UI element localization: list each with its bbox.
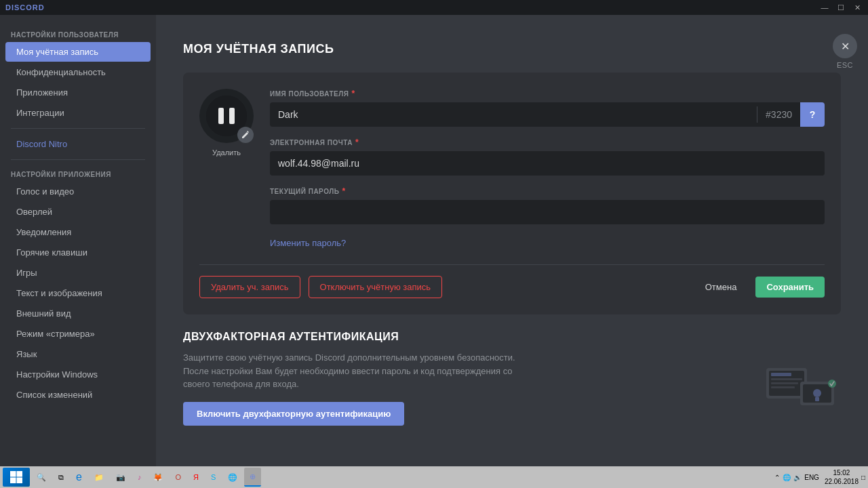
svg-rect-16 [10,471,16,477]
volume-icon[interactable]: 🔊 [793,474,802,481]
password-label: ТЕКУЩИЙ ПАРОЛЬ * [270,186,825,196]
twofa-bottom: Защитите свою учётную запись Discord доп… [183,351,841,426]
sidebar: НАСТРОЙКИ ПОЛЬЗОВАТЕЛЯ Моя учётная запис… [0,15,156,488]
sidebar-label-nitro: Discord Nitro [16,139,67,149]
taskbar-firefox[interactable]: 🦊 [148,468,168,487]
twofa-left: Защитите свою учётную запись Discord доп… [183,351,522,426]
change-password-link[interactable]: Изменить пароль? [270,238,346,248]
sidebar-item-apps[interactable]: Приложения [5,83,151,102]
maximize-button[interactable]: ☐ [835,2,846,13]
sidebar-label-windows: Настройки Windows [16,369,98,380]
username-label: ИМЯ ПОЛЬЗОВАТЕЛЯ * [270,89,825,98]
sidebar-item-overlay[interactable]: Оверлей [5,202,151,222]
sidebar-item-windows[interactable]: Настройки Windows [5,365,151,384]
sidebar-item-voice[interactable]: Голос и видео [5,182,151,201]
taskbar-task-view[interactable]: ⧉ [53,468,69,487]
sidebar-label-hotkeys: Горячие клавиши [16,247,87,258]
network-icon[interactable]: 🌐 [783,474,791,481]
password-input[interactable] [270,200,825,224]
sidebar-item-hotkeys[interactable]: Горячие клавиши [5,243,151,262]
avatar-delete-button[interactable]: Удалить [212,148,241,157]
esc-close-icon[interactable]: ✕ [833,34,857,58]
app-logo: DISCORD [5,3,45,12]
start-button[interactable] [3,468,30,487]
delete-account-button[interactable]: Удалить уч. запись [199,276,300,298]
sidebar-section-app: НАСТРОЙКИ ПРИЛОЖЕНИЯ [0,165,156,181]
main-content: МОЯ УЧЁТНАЯ ЗАПИСЬ [156,15,868,488]
esc-button[interactable]: ✕ ESC [833,34,857,69]
cancel-button[interactable]: Отмена [694,277,748,298]
taskbar: 🔍 ⧉ e 📁 📷 ♪ 🦊 O Я S 🌐 [0,466,868,488]
taskbar-skype[interactable]: S [205,468,221,487]
svg-rect-12 [815,397,819,401]
sidebar-item-notifications[interactable]: Уведомления [5,222,151,242]
taskbar-sys-icons: ⌃ 🌐 🔊 ENG [772,474,822,481]
taskbar-yandex[interactable]: Я [188,468,204,487]
taskbar-camera[interactable]: 📷 [111,468,131,487]
sidebar-divider-2 [11,159,145,160]
sidebar-label-appearance: Внешний вид [16,308,71,319]
svg-rect-18 [10,478,16,484]
sidebar-section-user: НАСТРОЙКИ ПОЛЬЗОВАТЕЛЯ [0,26,156,41]
taskbar-left: 🔍 ⧉ e 📁 📷 ♪ 🦊 O Я S 🌐 [3,468,261,487]
sidebar-item-changelog[interactable]: Список изменений [5,385,151,405]
taskbar-search[interactable]: 🔍 [31,468,52,487]
taskbar-explorer[interactable]: 📁 [89,468,109,487]
action-buttons: Удалить уч. запись Отключить учётную зап… [199,264,825,298]
email-field-group: ЭЛЕКТРОННАЯ ПОЧТА * [270,138,825,176]
lang-indicator: ENG [804,474,819,481]
svg-rect-17 [17,471,23,477]
form-fields: ИМЯ ПОЛЬЗОВАТЕЛЯ * #3230 ? Э [270,89,825,248]
notification-icon[interactable]: □ [861,474,865,481]
taskbar-edge[interactable]: e [71,468,87,487]
sidebar-item-text-images[interactable]: Текст и изображения [5,283,151,303]
camera-icon: 📷 [116,473,125,482]
sidebar-label-overlay: Оверлей [16,207,52,217]
password-field-group: ТЕКУЩИЙ ПАРОЛЬ * [270,186,825,224]
sidebar-item-my-account[interactable]: Моя учётная запись [5,42,151,62]
avatar-edit-button[interactable] [237,127,254,143]
sidebar-label-games: Игры [16,268,37,278]
svg-point-11 [813,389,821,397]
username-field-group: ИМЯ ПОЛЬЗОВАТЕЛЯ * #3230 ? [270,89,825,127]
taskbar-time[interactable]: 15:02 22.06.2018 [825,468,859,486]
yandex-icon: Я [193,473,199,481]
taskbar-web[interactable]: 🌐 [222,468,243,487]
save-button[interactable]: Сохранить [755,277,825,298]
close-button[interactable]: ✕ [852,2,863,13]
sidebar-label-text-images: Текст и изображения [16,288,102,298]
sidebar-label-apps: Приложения [16,87,68,98]
taskbar-discord[interactable]: ⊕ [244,468,261,487]
twofa-section: ДВУХФАКТОРНАЯ АУТЕНТИФИКАЦИЯ Защитите св… [183,331,841,426]
svg-rect-8 [771,386,795,388]
sidebar-divider-1 [11,128,145,129]
sidebar-item-streamer[interactable]: Режим «стримера» [5,324,151,344]
username-required: * [352,89,355,98]
chevron-icon[interactable]: ⌃ [774,474,780,481]
email-input[interactable] [270,151,825,176]
sidebar-label-notifications: Уведомления [16,227,71,237]
explorer-icon: 📁 [94,473,104,482]
sidebar-item-nitro[interactable]: Discord Nitro [5,134,151,154]
minimize-button[interactable]: — [819,2,830,13]
sidebar-item-games[interactable]: Игры [5,263,151,283]
username-help-button[interactable]: ? [800,102,825,127]
sidebar-item-appearance[interactable]: Внешний вид [5,304,151,323]
itunes-icon: ♪ [138,473,142,481]
esc-label: ESC [837,61,853,69]
discord-taskbar-icon: ⊕ [250,472,256,481]
sidebar-item-privacy[interactable]: Конфиденциальность [5,62,151,82]
sidebar-item-language[interactable]: Язык [5,344,151,364]
search-icon: 🔍 [37,473,46,482]
web-icon: 🌐 [228,473,237,482]
sidebar-label-my-account: Моя учётная запись [16,47,98,57]
enable-twofa-button[interactable]: Включить двухфакторную аутентификацию [183,402,404,426]
taskbar-opera[interactable]: O [170,468,186,487]
sidebar-item-integrations[interactable]: Интеграции [5,103,151,123]
svg-rect-6 [771,378,802,380]
firefox-icon: 🦊 [153,473,163,482]
taskbar-itunes[interactable]: ♪ [132,468,147,487]
skype-icon: S [211,473,216,481]
username-input[interactable] [270,102,757,127]
disable-account-button[interactable]: Отключить учётную запись [309,276,443,298]
